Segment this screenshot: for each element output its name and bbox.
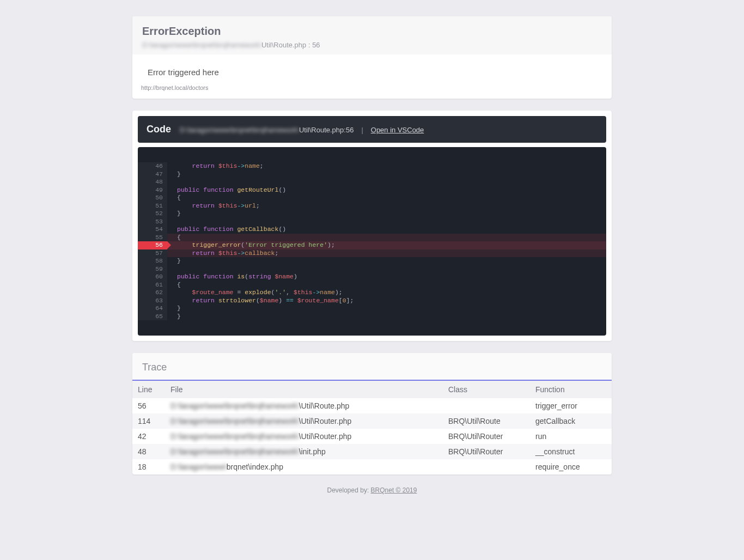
line-number: 65 <box>142 313 163 321</box>
code-header-bar: Code D:\laragon\www\brqnet\brqframework\… <box>138 116 606 143</box>
code-line: public function is(string $name) <box>177 273 606 281</box>
col-function: Function <box>530 381 612 398</box>
col-line: Line <box>132 381 165 398</box>
exception-file-path: D:\laragon\www\brqnet\brqframework\Util\… <box>142 41 602 49</box>
code-line: { <box>167 234 606 242</box>
cell-file: D:\laragon\www\brqnet\brqframework\\Util… <box>165 413 443 429</box>
code-line: return $this->url; <box>177 202 606 210</box>
table-row: 42D:\laragon\www\brqnet\brqframework\\Ut… <box>132 429 612 444</box>
code-block: 46 47 48 49 50 51 52 53 54 55 56 57 58 5… <box>138 147 606 336</box>
trace-title: Trace <box>132 353 612 381</box>
line-number: 57 <box>142 249 163 258</box>
cell-function: require_once <box>530 459 612 474</box>
line-number: 52 <box>142 210 163 218</box>
code-line: public function getRouteUrl() <box>177 186 606 194</box>
code-line: { <box>177 194 606 202</box>
cell-class <box>443 459 530 474</box>
code-line <box>177 265 606 273</box>
code-line: public function getCallback() <box>177 226 606 234</box>
code-line-highlighted: trigger_error('Error triggered here'); <box>167 241 606 249</box>
code-line <box>177 178 606 186</box>
cell-class: BRQ\Util\Router <box>443 444 530 459</box>
code-line: } <box>177 210 606 218</box>
code-line: return strtolower($name) == $route_name[… <box>177 297 606 305</box>
cell-file: D:\laragon\www\brqnet\index.php <box>165 459 443 474</box>
code-line: } <box>177 171 606 179</box>
cell-class: BRQ\Util\Router <box>443 429 530 444</box>
line-number-highlighted: 56 <box>138 241 167 249</box>
line-number: 63 <box>142 297 163 305</box>
footer-prefix: Developed by: <box>327 486 371 494</box>
code-panel: Code D:\laragon\www\brqnet\brqframework\… <box>132 111 612 341</box>
code-line: } <box>177 257 606 265</box>
path-visible: Util\Route.php : 56 <box>261 41 320 49</box>
line-number: 64 <box>142 305 163 313</box>
separator: | <box>361 126 363 134</box>
line-number: 51 <box>142 202 163 210</box>
table-row: 56D:\laragon\www\brqnet\brqframework\\Ut… <box>132 398 612 413</box>
line-number: 53 <box>142 218 163 226</box>
table-row: 48D:\laragon\www\brqnet\brqframework\\in… <box>132 444 612 459</box>
cell-file: D:\laragon\www\brqnet\brqframework\\init… <box>165 444 443 459</box>
code-line: } <box>177 313 606 321</box>
code-line <box>177 218 606 226</box>
code-line: return $this->callback; <box>167 249 606 258</box>
cell-file: D:\laragon\www\brqnet\brqframework\\Util… <box>165 429 443 444</box>
code-line: $route_name = explode('.', $this->name); <box>177 289 606 297</box>
exception-message: Error triggered here <box>132 54 612 84</box>
line-number: 55 <box>142 234 163 242</box>
cell-line: 56 <box>132 398 165 413</box>
cell-class <box>443 398 530 413</box>
line-number: 62 <box>142 289 163 297</box>
cell-file: D:\laragon\www\brqnet\brqframework\\Util… <box>165 398 443 413</box>
line-number: 47 <box>142 171 163 179</box>
cell-line: 114 <box>132 413 165 429</box>
col-class: Class <box>443 381 530 398</box>
cell-function: trigger_error <box>530 398 612 413</box>
cell-function: run <box>530 429 612 444</box>
path-blurred: D:\laragon\www\brqnet\brqframework\ <box>142 41 261 49</box>
request-url: http://brqnet.local/doctors <box>132 84 612 99</box>
code-line: return $this->name; <box>177 162 606 171</box>
line-number-gutter: 46 47 48 49 50 51 52 53 54 55 56 57 58 5… <box>138 162 167 320</box>
code-line: { <box>177 281 606 289</box>
line-number: 58 <box>142 257 163 265</box>
open-in-vscode-link[interactable]: Open in VSCode <box>371 126 424 134</box>
code-line: } <box>177 305 606 313</box>
line-number: 48 <box>142 178 163 186</box>
table-header-row: Line File Class Function <box>132 381 612 398</box>
code-file-path: D:\laragon\www\brqnet\brqframework\Util\… <box>180 126 353 134</box>
line-number: 50 <box>142 194 163 202</box>
table-row: 114D:\laragon\www\brqnet\brqframework\\U… <box>132 413 612 429</box>
exception-title: ErrorException <box>142 25 602 38</box>
cell-function: __construct <box>530 444 612 459</box>
footer-link[interactable]: BRQnet © 2019 <box>371 486 417 494</box>
table-row: 18D:\laragon\www\brqnet\index.phprequire… <box>132 459 612 474</box>
code-lines: return $this->name; } public function ge… <box>167 162 606 320</box>
cell-class: BRQ\Util\Route <box>443 413 530 429</box>
line-number: 61 <box>142 281 163 289</box>
line-number: 54 <box>142 226 163 234</box>
line-number: 46 <box>142 162 163 171</box>
line-number: 49 <box>142 186 163 194</box>
col-file: File <box>165 381 443 398</box>
footer: Developed by: BRQnet © 2019 <box>132 486 612 494</box>
trace-table: Line File Class Function 56D:\laragon\ww… <box>132 381 612 474</box>
cell-function: getCallback <box>530 413 612 429</box>
cell-line: 18 <box>132 459 165 474</box>
exception-header-panel: ErrorException D:\laragon\www\brqnet\brq… <box>132 16 612 99</box>
cell-line: 42 <box>132 429 165 444</box>
trace-panel: Trace Line File Class Function 56D:\lara… <box>132 353 612 474</box>
cell-line: 48 <box>132 444 165 459</box>
code-label: Code <box>147 124 171 135</box>
line-number: 59 <box>142 265 163 273</box>
line-number: 60 <box>142 273 163 281</box>
